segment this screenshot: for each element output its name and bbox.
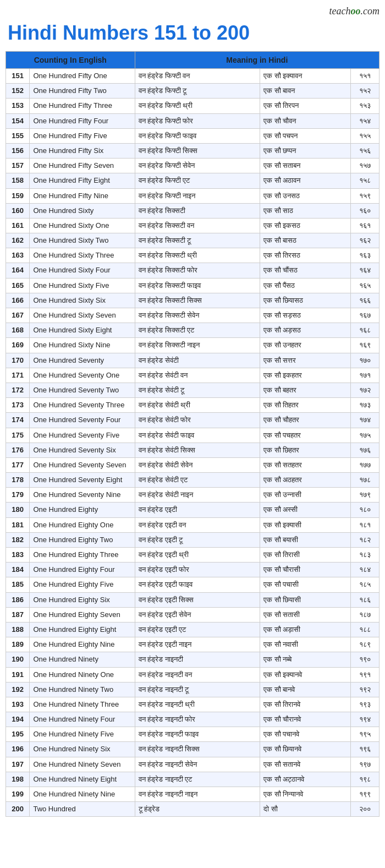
cell-hindi-meaning: एक सौ चौवन [260,113,350,128]
cell-hindi-transliteration: वन हंड्रेड नाइनटी [135,652,260,667]
cell-english: One Hundred Ninety One [30,667,135,682]
cell-english: One Hundred Seventy Two [30,383,135,397]
table-row: 200 Two Hundred टू हंड्रेड दो सौ २०० [6,802,380,817]
cell-number: 196 [6,742,30,757]
cell-number: 161 [6,218,30,233]
cell-number: 179 [6,488,30,503]
cell-number: 177 [6,457,30,472]
cell-english: One Hundred Eighty Eight [30,622,135,637]
cell-hindi-numeral: १५३ [351,99,380,113]
cell-hindi-transliteration: वन हंड्रेड नाइनटी टू [135,682,260,697]
cell-hindi-numeral: १८१ [351,517,380,532]
table-row: 165 One Hundred Sixty Five वन हंड्रेड सि… [6,278,380,293]
cell-hindi-meaning: एक सौ उनहतर [260,338,350,353]
cell-english: One Hundred Ninety Four [30,712,135,727]
cell-hindi-numeral: १६५ [351,278,380,293]
cell-number: 168 [6,323,30,338]
cell-hindi-meaning: एक सौ बासठ [260,233,350,248]
cell-number: 153 [6,99,30,113]
cell-hindi-numeral: १८७ [351,607,380,622]
cell-hindi-meaning: एक सौ तिरासी [260,548,350,563]
cell-hindi-numeral: १७४ [351,413,380,428]
cell-english: One Hundred Seventy Four [30,413,135,428]
cell-hindi-meaning: एक सौ छियानवे [260,742,350,757]
cell-hindi-transliteration: वन हंड्रेड नाइनटी फोर [135,712,260,727]
cell-number: 158 [6,173,30,188]
cell-hindi-numeral: १९९ [351,787,380,802]
cell-number: 155 [6,128,30,143]
cell-hindi-meaning: एक सौ सड़सठ [260,308,350,323]
cell-number: 184 [6,563,30,577]
cell-hindi-numeral: १५८ [351,173,380,188]
cell-hindi-meaning: एक सौ बयासी [260,532,350,547]
header-counting-english: Counting In English [6,52,135,69]
cell-number: 151 [6,69,30,84]
cell-hindi-meaning: एक सौ नवासी [260,637,350,652]
cell-hindi-transliteration: वन हंड्रेड सिक्सटी सिक्स [135,293,260,308]
cell-number: 164 [6,263,30,278]
table-row: 186 One Hundred Eighty Six वन हंड्रेड एइ… [6,592,380,607]
cell-hindi-meaning: एक सौ अट्ठानवे [260,772,350,787]
table-row: 177 One Hundred Seventy Seven वन हंड्रेड… [6,457,380,472]
cell-hindi-numeral: १७१ [351,368,380,383]
cell-english: One Hundred Ninety Six [30,742,135,757]
table-row: 178 One Hundred Seventy Eight वन हंड्रेड… [6,473,380,488]
cell-hindi-transliteration: वन हंड्रेड एइटी एट [135,622,260,637]
cell-hindi-transliteration: वन हंड्रेड एइटी फोर [135,563,260,577]
cell-hindi-meaning: एक सौ उनसठ [260,188,350,203]
cell-hindi-meaning: एक सौ पचपन [260,128,350,143]
cell-english: One Hundred Eighty Two [30,532,135,547]
cell-english: One Hundred Fifty Six [30,143,135,158]
cell-number: 186 [6,592,30,607]
cell-english: One Hundred Seventy Nine [30,488,135,503]
cell-hindi-numeral: १९२ [351,682,380,697]
cell-english: One Hundred Sixty Four [30,263,135,278]
cell-hindi-transliteration: वन हंड्रेड एइटी नाइन [135,637,260,652]
cell-hindi-meaning: एक सौ सत्तर [260,353,350,368]
cell-hindi-meaning: एक सौ उन्नासी [260,488,350,503]
cell-english: One Hundred Ninety Seven [30,757,135,772]
table-row: 167 One Hundred Sixty Seven वन हंड्रेड स… [6,308,380,323]
cell-number: 162 [6,233,30,248]
cell-hindi-transliteration: वन हंड्रेड सेवंटी फाइव [135,428,260,443]
cell-hindi-meaning: एक सौ सताबन [260,159,350,173]
cell-hindi-transliteration: वन हंड्रेड फिफ्टी फोर [135,113,260,128]
table-row: 172 One Hundred Seventy Two वन हंड्रेड स… [6,383,380,397]
cell-hindi-numeral: १५४ [351,113,380,128]
cell-hindi-meaning: एक सौ बावन [260,84,350,99]
table-row: 183 One Hundred Eighty Three वन हंड्रेड … [6,548,380,563]
cell-hindi-meaning: एक सौ छियासी [260,592,350,607]
cell-english: One Hundred Ninety Nine [30,787,135,802]
table-row: 181 One Hundred Eighty One वन हंड्रेड एइ… [6,517,380,532]
cell-hindi-transliteration: वन हंड्रेड सिक्सटी एट [135,323,260,338]
cell-hindi-transliteration: वन हंड्रेड सेवंटी टू [135,383,260,397]
cell-hindi-transliteration: वन हंड्रेड सेवंटी सिक्स [135,443,260,457]
table-row: 180 One Hundred Eighty वन हंड्रेड एइटी ए… [6,503,380,517]
cell-number: 181 [6,517,30,532]
cell-hindi-numeral: १८२ [351,532,380,547]
table-row: 168 One Hundred Sixty Eight वन हंड्रेड स… [6,323,380,338]
table-row: 159 One Hundred Fifty Nine वन हंड्रेड फि… [6,188,380,203]
cell-hindi-numeral: १८८ [351,622,380,637]
cell-hindi-numeral: १७९ [351,488,380,503]
cell-number: 159 [6,188,30,203]
table-row: 182 One Hundred Eighty Two वन हंड्रेड एइ… [6,532,380,547]
cell-english: One Hundred Eighty [30,503,135,517]
cell-hindi-meaning: एक सौ निन्यानवे [260,787,350,802]
table-row: 176 One Hundred Seventy Six वन हंड्रेड स… [6,443,380,457]
brand-logo: teachoo.com [6,6,380,17]
cell-hindi-transliteration: वन हंड्रेड एइटी [135,503,260,517]
cell-hindi-meaning: एक सौ छिहतर [260,443,350,457]
numbers-table: Counting In English Meaning in Hindi 151… [6,51,380,817]
cell-hindi-numeral: १६३ [351,248,380,263]
table-row: 171 One Hundred Seventy One वन हंड्रेड स… [6,368,380,383]
cell-hindi-numeral: १९१ [351,667,380,682]
cell-number: 191 [6,667,30,682]
table-row: 166 One Hundred Sixty Six वन हंड्रेड सिक… [6,293,380,308]
cell-english: One Hundred Ninety Three [30,697,135,712]
cell-number: 178 [6,473,30,488]
table-row: 155 One Hundred Fifty Five वन हंड्रेड फि… [6,128,380,143]
cell-hindi-meaning: एक सौ पैंसठ [260,278,350,293]
cell-number: 173 [6,398,30,413]
cell-hindi-transliteration: वन हंड्रेड सेवंटी फोर [135,413,260,428]
